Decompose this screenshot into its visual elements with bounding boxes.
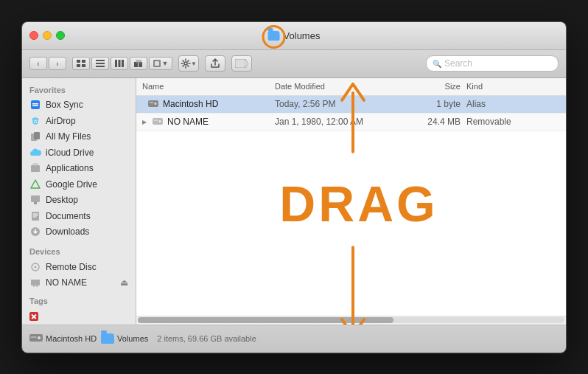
svg-rect-1 <box>82 60 85 63</box>
sidebar-item-boxsync[interactable]: Box Sync <box>22 97 136 114</box>
sidebar-item-airdrop[interactable]: AirDrop <box>22 113 136 129</box>
sidebar-item-documents[interactable]: Documents <box>22 208 136 224</box>
col-header-name[interactable]: Name <box>142 82 275 91</box>
sidebar-item-downloads[interactable]: Downloads <box>22 224 136 240</box>
path-folder-icon <box>101 333 114 344</box>
gdrive-icon <box>29 179 41 190</box>
svg-rect-32 <box>31 280 40 285</box>
downloads-icon <box>29 226 41 238</box>
title-folder-wrap <box>268 31 280 41</box>
icon-view-button[interactable] <box>72 57 90 70</box>
allfiles-icon <box>29 131 41 142</box>
finder-window: Volumes ‹ › ▼ <box>21 21 567 353</box>
svg-point-31 <box>35 266 37 268</box>
forward-button[interactable]: › <box>49 57 66 70</box>
svg-rect-6 <box>96 66 105 67</box>
sidebar-item-tag-x[interactable] <box>22 308 136 325</box>
sidebar-label-airdrop: AirDrop <box>46 116 76 126</box>
col-header-size[interactable]: Size <box>407 82 466 91</box>
devices-label: Devices <box>22 240 136 259</box>
svg-rect-4 <box>96 60 105 61</box>
sidebar: Favorites Box Sync AirDrop All My Files <box>22 78 136 325</box>
sidebar-label-allfiles: All My Files <box>46 131 91 142</box>
table-row[interactable]: Macintosh HD Today, 2:56 PM 1 byte Alias <box>136 96 566 114</box>
disk-icon <box>152 115 164 129</box>
file-date: Today, 2:56 PM <box>275 99 407 109</box>
path-volumes-label: Volumes <box>117 334 148 343</box>
list-view-button[interactable] <box>91 57 109 70</box>
svg-rect-27 <box>34 202 37 204</box>
svg-rect-14 <box>155 61 159 66</box>
sidebar-item-googledrive[interactable]: Google Drive <box>22 176 136 193</box>
svg-rect-5 <box>96 63 105 64</box>
svg-rect-26 <box>31 195 40 202</box>
cover-flow-button[interactable] <box>130 57 147 70</box>
path-volumes[interactable]: Volumes <box>101 333 148 344</box>
svg-rect-33 <box>148 100 158 107</box>
sidebar-item-icloud[interactable]: iCloud Drive <box>22 145 136 161</box>
svg-rect-19 <box>32 105 38 107</box>
table-row[interactable]: ▶ NO NAME Jan 1, 1980, 12:00 AM 24.4 MB … <box>136 114 566 131</box>
traffic-lights <box>29 31 65 40</box>
sidebar-label-googledrive: Google Drive <box>46 179 97 190</box>
maximize-button[interactable] <box>56 31 65 40</box>
svg-rect-0 <box>77 60 80 63</box>
sidebar-item-desktop[interactable]: Desktop <box>22 193 136 209</box>
favorites-label: Favorites <box>22 78 136 97</box>
file-date: Jan 1, 1980, 12:00 AM <box>275 117 407 127</box>
svg-rect-8 <box>119 60 121 67</box>
svg-marker-25 <box>31 180 40 188</box>
column-view-button[interactable] <box>111 57 128 70</box>
tags-label: Tags <box>22 291 136 308</box>
search-icon: 🔍 <box>433 60 441 68</box>
scrollbar[interactable] <box>136 316 566 325</box>
back-button[interactable]: ‹ <box>29 57 47 70</box>
scrollbar-track <box>138 317 564 323</box>
airdrop-icon <box>29 115 41 127</box>
main-area: Favorites Box Sync AirDrop All My Files <box>22 78 566 325</box>
search-placeholder: Search <box>444 58 472 69</box>
share-button[interactable] <box>205 55 225 72</box>
sidebar-item-noname[interactable]: NO NAME ⏏ <box>22 275 136 291</box>
minimize-button[interactable] <box>43 31 52 40</box>
svg-point-36 <box>159 120 161 122</box>
sidebar-item-remotedisc[interactable]: Remote Disc <box>22 259 136 275</box>
scrollbar-thumb[interactable] <box>138 317 393 323</box>
svg-point-40 <box>38 336 41 339</box>
docs-icon <box>29 210 41 222</box>
sidebar-label-desktop: Desktop <box>46 195 78 205</box>
nav-buttons: ‹ › <box>29 57 66 70</box>
sidebar-label-noname: NO NAME <box>46 277 87 288</box>
file-name-cell: ▶ NO NAME <box>142 115 275 129</box>
status-text: 2 items, 69.66 GB available <box>157 334 256 343</box>
file-size: 24.4 MB <box>407 117 466 127</box>
column-headers: Name Date Modified Size Kind <box>136 78 566 96</box>
content-area: Name Date Modified Size Kind Macintosh H… <box>136 78 566 325</box>
sidebar-item-applications[interactable]: Applications <box>22 161 136 177</box>
arrange-button[interactable]: ▼ <box>149 57 172 70</box>
file-list: Macintosh HD Today, 2:56 PM 1 byte Alias… <box>136 96 566 316</box>
window-title-text: Volumes <box>284 30 321 41</box>
svg-rect-9 <box>122 60 124 67</box>
toolbar: ‹ › ▼ ▼ <box>22 50 566 78</box>
sidebar-item-allfiles[interactable]: All My Files <box>22 129 136 145</box>
svg-rect-2 <box>77 64 80 67</box>
window-title: Volumes <box>268 30 321 41</box>
svg-point-21 <box>35 121 36 122</box>
search-box[interactable]: 🔍 Search <box>426 55 559 72</box>
bottom-bar: Macintosh HD Volumes 2 items, 69.66 GB a… <box>22 325 566 353</box>
path-hd[interactable]: Macintosh HD <box>29 333 97 345</box>
file-kind: Removable <box>466 117 560 127</box>
svg-rect-16 <box>235 59 245 68</box>
close-button[interactable] <box>29 31 38 40</box>
red-x-icon <box>29 312 38 321</box>
label-button[interactable] <box>231 55 252 72</box>
svg-rect-7 <box>115 60 117 67</box>
svg-rect-3 <box>82 64 85 67</box>
col-header-date[interactable]: Date Modified <box>275 82 407 91</box>
svg-point-15 <box>184 62 187 65</box>
col-header-kind[interactable]: Kind <box>466 82 560 91</box>
view-buttons: ▼ <box>72 57 172 70</box>
remote-icon <box>29 261 41 273</box>
gear-button[interactable]: ▼ <box>178 55 199 72</box>
